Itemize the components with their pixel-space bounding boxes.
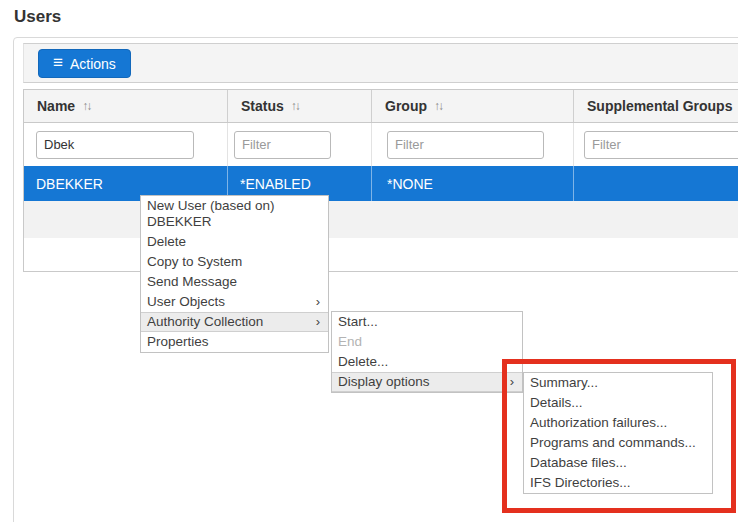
users-table: Name ↑↓ Status ↑↓ Group ↑↓ Supplemental … <box>23 89 738 272</box>
submenu-arrow-icon: › <box>316 294 320 310</box>
group-filter-input[interactable] <box>387 131 544 159</box>
column-header-supplemental-groups[interactable]: Supplemental Groups ↑↓ <box>574 90 738 122</box>
submenu-item-start[interactable]: Start... <box>332 312 522 332</box>
submenu-item-details[interactable]: Details... <box>524 393 712 413</box>
context-menu-item-new-user[interactable]: New User (based on) DBEKKER <box>141 196 328 232</box>
column-header-label: Status <box>241 98 284 114</box>
context-menu: New User (based on) DBEKKER Delete Copy … <box>140 195 329 353</box>
submenu-item-ifs-directories[interactable]: IFS Directories... <box>524 473 712 493</box>
context-menu-item-send-message[interactable]: Send Message <box>141 272 328 292</box>
column-header-group[interactable]: Group ↑↓ <box>372 90 574 122</box>
status-filter-input[interactable] <box>234 131 331 159</box>
column-header-label: Name <box>37 98 75 114</box>
display-options-submenu: Summary... Details... Authorization fail… <box>523 372 713 494</box>
submenu-item-display-options[interactable]: Display options › <box>332 372 522 392</box>
filter-cell-status <box>228 123 372 166</box>
submenu-arrow-icon: › <box>510 374 514 390</box>
sort-icon: ↑↓ <box>291 99 299 113</box>
cell-group: *NONE <box>372 166 574 201</box>
sort-icon: ↑↓ <box>434 99 442 113</box>
submenu-arrow-icon: › <box>316 314 320 330</box>
filter-cell-group <box>372 123 574 166</box>
actions-button[interactable]: ≡ Actions <box>38 49 131 78</box>
empty-table-row <box>24 201 738 238</box>
menu-icon: ≡ <box>53 54 63 71</box>
supplemental-groups-filter-input[interactable] <box>584 131 738 159</box>
authority-collection-submenu: Start... End Delete... Display options › <box>331 311 523 393</box>
table-toolbar: ≡ Actions <box>23 43 738 83</box>
table-row-dbekker[interactable]: DBEKKER *ENABLED *NONE <box>24 166 738 201</box>
filter-row <box>24 123 738 166</box>
submenu-item-programs-and-commands[interactable]: Programs and commands... <box>524 433 712 453</box>
menu-item-label: Authority Collection <box>147 314 263 329</box>
name-filter-input[interactable] <box>36 131 194 159</box>
actions-button-label: Actions <box>70 56 116 72</box>
menu-item-label: Display options <box>338 374 430 389</box>
filter-cell-name <box>24 123 228 166</box>
submenu-item-database-files[interactable]: Database files... <box>524 453 712 473</box>
context-menu-item-copy-to-system[interactable]: Copy to System <box>141 252 328 272</box>
cell-supplemental-groups <box>574 166 738 201</box>
empty-table-row <box>24 238 738 271</box>
menu-item-label: User Objects <box>147 294 225 309</box>
context-menu-item-delete[interactable]: Delete <box>141 232 328 252</box>
submenu-item-authorization-failures[interactable]: Authorization failures... <box>524 413 712 433</box>
context-menu-item-authority-collection[interactable]: Authority Collection › <box>141 312 328 332</box>
submenu-item-end: End <box>332 332 522 352</box>
submenu-item-summary[interactable]: Summary... <box>524 373 712 393</box>
page-title: Users <box>14 7 61 27</box>
column-header-label: Supplemental Groups <box>587 98 732 114</box>
filter-cell-supplemental-groups <box>574 123 738 166</box>
column-header-status[interactable]: Status ↑↓ <box>228 90 372 122</box>
table-header-row: Name ↑↓ Status ↑↓ Group ↑↓ Supplemental … <box>24 90 738 123</box>
submenu-item-delete[interactable]: Delete... <box>332 352 522 372</box>
context-menu-item-user-objects[interactable]: User Objects › <box>141 292 328 312</box>
context-menu-item-properties[interactable]: Properties <box>141 332 328 352</box>
column-header-name[interactable]: Name ↑↓ <box>24 90 228 122</box>
column-header-label: Group <box>385 98 427 114</box>
sort-icon: ↑↓ <box>82 99 90 113</box>
